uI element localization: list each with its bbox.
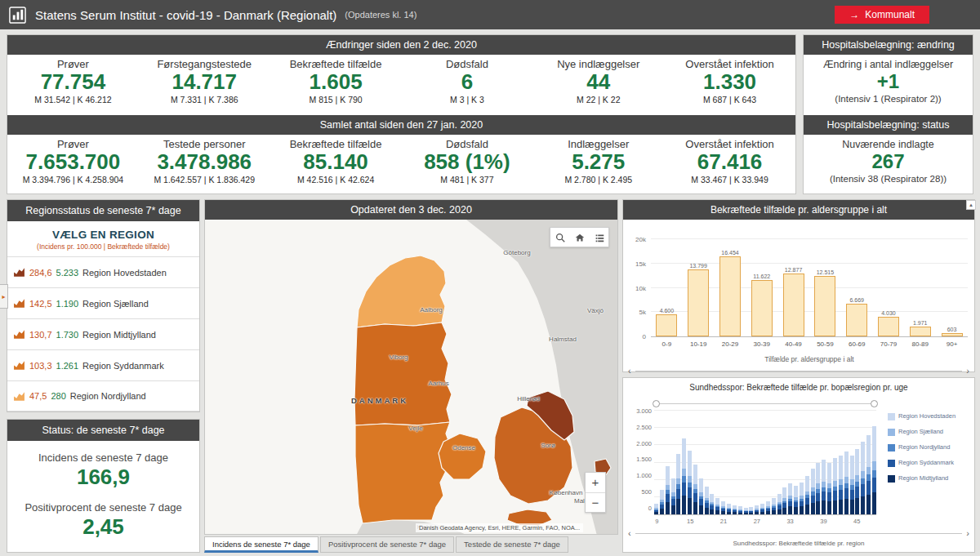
select-region-heading: VÆLG EN REGION — [7, 229, 199, 241]
week-bar-30[interactable] — [772, 411, 776, 514]
week-bar-23[interactable] — [733, 411, 737, 514]
week-bar-29[interactable] — [766, 411, 770, 514]
age-bar-30-39[interactable]: 11.622 — [750, 239, 774, 336]
region-row-sjaelland[interactable]: 142,5 1.190 Region Sjælland — [7, 287, 199, 318]
week-bar-47[interactable] — [866, 411, 871, 514]
week-bar-28[interactable] — [760, 411, 764, 514]
age-bar-50-59[interactable]: 12.515 — [813, 239, 837, 336]
week-bar-31[interactable] — [777, 411, 782, 514]
week-bar-34[interactable] — [794, 411, 798, 514]
age-bar-80-89[interactable]: 1.971 — [908, 239, 933, 336]
scroll-right-icon[interactable]: › — [966, 529, 969, 538]
map-region-syddanmark[interactable] — [355, 422, 450, 523]
age-chart-axis-title: Tilfælde pr. aldersgruppe i alt — [651, 355, 968, 363]
range-handle-left[interactable] — [653, 400, 660, 407]
stat-changes-indlaeggelser: Nye indlæggelser 44 M 22 | K 22 — [532, 55, 664, 115]
week-bar-45[interactable] — [855, 411, 859, 514]
right-panels-collapse-button[interactable]: ▴ — [966, 200, 976, 210]
week-bar-20[interactable] — [715, 411, 719, 514]
week-bar-40[interactable] — [827, 411, 831, 514]
age-bar-60-69[interactable]: 6.669 — [844, 239, 869, 336]
left-panel-expand-handle[interactable]: ▸ — [0, 284, 8, 309]
scroll-right-icon[interactable]: › — [966, 367, 969, 376]
week-chart-scroll-track[interactable] — [635, 533, 963, 534]
kommunalt-button[interactable]: → Kommunalt — [835, 6, 929, 24]
week-bar-25[interactable] — [744, 411, 748, 514]
stat-totals-prover: Prøver 7.653.700 M 3.394.796 | K 4.258.9… — [7, 135, 139, 195]
week-bar-48[interactable] — [872, 411, 876, 514]
week-bar-35[interactable] — [800, 411, 804, 514]
region-row-midtjylland[interactable]: 130,7 1.730 Region Midtjylland — [7, 318, 199, 349]
ssi-logo-icon — [8, 6, 27, 24]
week-bar-38[interactable] — [816, 411, 820, 514]
hospital-change-header: Hospitalsbelægning: ændring — [804, 35, 973, 55]
hospital-panel: Hospitalsbelægning: ændring Ændring i an… — [803, 34, 973, 194]
scroll-left-icon[interactable]: ‹ — [628, 529, 631, 538]
stat-changes-forstegangstestede: Førstegangstestede 14.717 M 7.331 | K 7.… — [139, 55, 270, 115]
legend-swatch — [888, 444, 895, 451]
week-bar-44[interactable] — [850, 411, 854, 514]
week-bar-36[interactable] — [805, 411, 809, 514]
week-bar-9[interactable] — [654, 411, 658, 514]
top-bar: Statens Serum Institut - covid-19 - Danm… — [0, 0, 980, 29]
scroll-left-icon[interactable]: ‹ — [628, 367, 631, 376]
map-tab-testede[interactable]: Testede de seneste 7* dage — [456, 536, 568, 553]
positivprocent-label: Positivprocent de seneste 7 dage — [7, 501, 199, 514]
week-bar-21[interactable] — [721, 411, 725, 514]
changes-header: Ændringer siden den 2 dec. 2020 — [7, 35, 795, 55]
age-bar-70-79[interactable]: 4.030 — [876, 239, 901, 336]
age-bar-10-19[interactable]: 13.799 — [686, 239, 710, 336]
week-bar-14[interactable] — [682, 411, 686, 514]
age-bar-40-49[interactable]: 12.877 — [782, 239, 806, 336]
week-bar-13[interactable] — [676, 411, 680, 514]
hospital-change-body: Ændring i antal indlæggelser +1 (Intensi… — [804, 55, 973, 115]
age-bar-90+[interactable]: 603 — [940, 239, 964, 336]
city-label: Aarhus — [428, 380, 448, 387]
map-tab-incidens[interactable]: Incidens de seneste 7* dage — [204, 536, 318, 553]
week-bar-11[interactable] — [666, 411, 670, 514]
week-bar-12[interactable] — [671, 411, 675, 514]
week-bar-10[interactable] — [660, 411, 664, 514]
age-bar-20-29[interactable]: 16.454 — [718, 239, 742, 336]
week-bar-43[interactable] — [844, 411, 849, 514]
week-bar-16[interactable] — [693, 411, 697, 514]
stat-changes-dodsfald: Dødsfald 6 M 3 | K 3 — [401, 55, 532, 115]
week-bar-33[interactable] — [788, 411, 792, 514]
week-bar-37[interactable] — [811, 411, 815, 514]
changes-stats-row: Prøver 77.754 M 31.542 | K 46.212 Første… — [7, 55, 795, 115]
stat-changes-prover: Prøver 77.754 M 31.542 | K 46.212 — [7, 55, 139, 115]
week-bar-42[interactable] — [839, 411, 843, 514]
range-slider-track[interactable] — [654, 403, 876, 404]
age-chart-scrollbar: ‹ › — [628, 367, 969, 376]
zoom-out-button[interactable]: − — [586, 492, 605, 512]
city-label: København — [550, 489, 583, 496]
range-handle-right[interactable] — [871, 400, 878, 407]
region-row-syddanmark[interactable]: 103,3 1.261 Region Syddanmark — [7, 349, 199, 380]
region-row-nordjylland[interactable]: 47,5 280 Region Nordjylland — [7, 380, 199, 411]
week-bar-19[interactable] — [710, 411, 714, 514]
week-bar-22[interactable] — [727, 411, 731, 514]
week-bar-41[interactable] — [833, 411, 837, 514]
week-bar-32[interactable] — [782, 411, 786, 514]
zoom-in-button[interactable]: + — [586, 473, 605, 492]
map-region-midtjylland[interactable] — [354, 322, 452, 425]
map-region-nordjylland[interactable] — [357, 256, 446, 327]
region-row-hovedstaden[interactable]: 284,6 5.233 Region Hovedstaden — [7, 256, 199, 287]
map-canvas[interactable]: Göteborg Jönköping Växjö Halmstad Aalbor… — [205, 220, 617, 534]
week-bar-18[interactable] — [705, 411, 709, 514]
week-bar-17[interactable] — [699, 411, 703, 514]
map-home-button[interactable] — [570, 228, 589, 247]
map-legend-button[interactable] — [590, 228, 608, 247]
map-tab-positivprocent[interactable]: Positivprocent de seneste 7* dage — [320, 536, 454, 553]
legend-item: Region Hovedstaden — [888, 412, 973, 420]
week-bar-39[interactable] — [822, 411, 826, 514]
age-chart-categories: 0-910-1920-2930-3940-4950-5960-6970-7980… — [651, 340, 968, 348]
age-chart-scroll-track[interactable] — [635, 371, 963, 371]
week-bar-15[interactable] — [688, 411, 692, 514]
age-bar-0-9[interactable]: 4.600 — [654, 239, 679, 336]
map-search-button[interactable] — [550, 228, 569, 247]
week-bar-24[interactable] — [738, 411, 742, 514]
week-bar-46[interactable] — [861, 411, 865, 514]
week-bar-26[interactable] — [749, 411, 753, 514]
week-bar-27[interactable] — [755, 411, 759, 514]
